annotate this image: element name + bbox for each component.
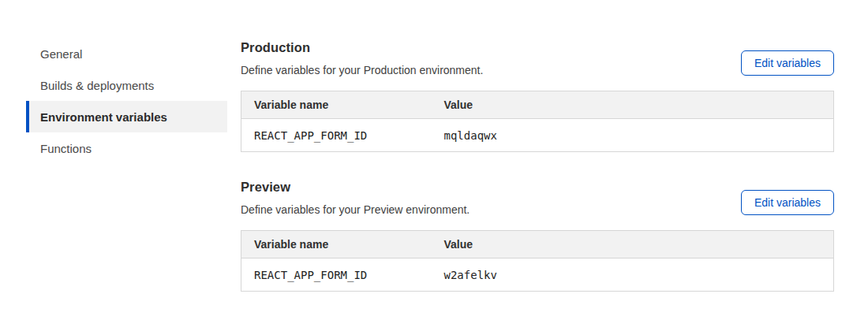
table-header-row: Variable name Value bbox=[241, 91, 834, 119]
column-header-value: Value bbox=[432, 231, 834, 258]
sidebar-item-builds-deployments[interactable]: Builds & deployments bbox=[26, 69, 227, 101]
table-header-row: Variable name Value bbox=[241, 231, 834, 258]
environment-variables-content: Production Edit variables Define variabl… bbox=[241, 0, 834, 292]
sidebar-item-environment-variables[interactable]: Environment variables bbox=[26, 101, 227, 132]
variable-value-cell: w2afelkv bbox=[432, 258, 834, 292]
production-edit-variables-button[interactable]: Edit variables bbox=[741, 50, 834, 76]
sidebar-item-general[interactable]: General bbox=[26, 38, 227, 69]
variable-name-cell: REACT_APP_FORM_ID bbox=[241, 119, 432, 152]
settings-page: General Builds & deployments Environment… bbox=[0, 0, 868, 331]
variable-value-cell: mqldaqwx bbox=[432, 119, 834, 152]
table-row: REACT_APP_FORM_ID w2afelkv bbox=[241, 258, 834, 292]
production-variables-table: Variable name Value REACT_APP_FORM_ID mq… bbox=[241, 91, 834, 152]
preview-edit-variables-button[interactable]: Edit variables bbox=[741, 190, 834, 215]
variable-name-cell: REACT_APP_FORM_ID bbox=[241, 258, 432, 292]
production-section: Production Edit variables Define variabl… bbox=[241, 39, 834, 152]
sidebar-item-functions[interactable]: Functions bbox=[26, 132, 227, 164]
table-row: REACT_APP_FORM_ID mqldaqwx bbox=[241, 119, 834, 152]
preview-section: Preview Edit variables Define variables … bbox=[241, 179, 834, 292]
column-header-variable-name: Variable name bbox=[241, 91, 432, 119]
preview-variables-table: Variable name Value REACT_APP_FORM_ID w2… bbox=[241, 230, 834, 292]
settings-sidebar: General Builds & deployments Environment… bbox=[26, 38, 227, 164]
column-header-value: Value bbox=[432, 91, 834, 119]
column-header-variable-name: Variable name bbox=[241, 231, 432, 258]
